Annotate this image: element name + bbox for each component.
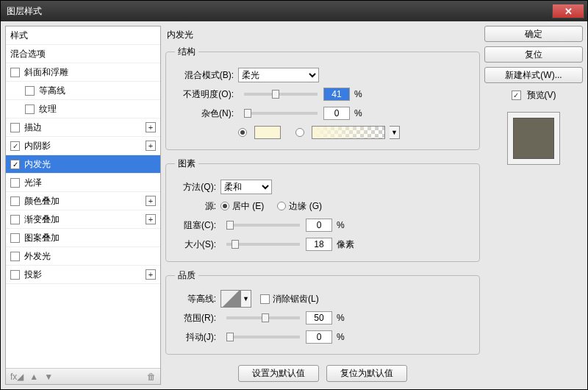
style-item[interactable]: 光泽 (6, 174, 160, 192)
style-item[interactable]: ✓内发光 (6, 155, 160, 174)
preview-label: 预览(V) (527, 89, 556, 102)
noise-input[interactable] (323, 107, 350, 120)
antialias-checkbox[interactable] (260, 294, 270, 304)
style-item[interactable]: 斜面和浮雕 (6, 63, 160, 82)
source-edge-label: 边缘 (G) (289, 200, 322, 213)
size-input[interactable] (306, 238, 332, 251)
reset-default-button[interactable]: 复位为默认值 (326, 365, 407, 382)
expand-icon[interactable]: + (146, 122, 156, 132)
gradient-preview[interactable] (312, 126, 385, 139)
opacity-input[interactable] (323, 88, 350, 101)
preview-thumbnail (507, 112, 560, 165)
source-label: 源: (175, 200, 220, 213)
style-label: 外发光 (24, 250, 156, 263)
blendmode-select[interactable]: 柔光 (238, 68, 319, 82)
set-default-button[interactable]: 设置为默认值 (238, 365, 319, 382)
elements-group: 图素 方法(Q): 柔和 源: 居中 (E) 边缘 (G) 阻塞(C): (165, 157, 480, 262)
style-item[interactable]: 描边+ (6, 118, 160, 137)
expand-icon[interactable]: + (146, 214, 156, 224)
choke-label: 阻塞(C): (175, 219, 220, 232)
up-icon[interactable]: ▲ (29, 372, 38, 382)
style-checkbox[interactable] (10, 123, 20, 132)
range-input[interactable] (306, 311, 332, 325)
style-item[interactable]: 投影+ (6, 266, 160, 284)
jitter-unit: % (337, 332, 345, 342)
down-icon[interactable]: ▼ (44, 372, 53, 382)
style-label: 纹理 (39, 103, 156, 116)
fx-icon[interactable]: fx◢ (10, 372, 24, 382)
style-label: 内阴影 (24, 140, 146, 152)
color-radio[interactable] (238, 128, 247, 137)
jitter-input[interactable] (306, 330, 332, 344)
style-checkbox[interactable] (10, 233, 20, 243)
style-checkbox[interactable] (10, 196, 20, 206)
noise-label: 杂色(N): (175, 107, 238, 120)
style-label: 光泽 (24, 177, 156, 189)
styles-header[interactable]: 样式 (6, 26, 160, 45)
choke-unit: % (337, 220, 345, 230)
quality-legend: 品质 (175, 269, 198, 282)
technique-select[interactable]: 柔和 (220, 180, 272, 194)
ok-button[interactable]: 确定 (484, 26, 583, 42)
gradient-radio[interactable] (295, 128, 304, 137)
elements-legend: 图素 (175, 157, 198, 170)
style-checkbox[interactable]: ✓ (10, 160, 20, 169)
noise-unit: % (354, 108, 362, 118)
contour-picker[interactable] (220, 290, 241, 308)
style-sidebar: 样式混合选项斜面和浮雕等高线纹理描边+✓内阴影+✓内发光光泽颜色叠加+渐变叠加+… (5, 26, 161, 385)
style-checkbox[interactable] (10, 68, 20, 77)
opacity-label: 不透明度(O): (175, 88, 238, 101)
blendmode-label: 混合模式(B): (175, 69, 238, 82)
expand-icon[interactable]: + (146, 141, 156, 151)
style-checkbox[interactable] (10, 270, 20, 280)
jitter-slider[interactable] (226, 336, 300, 338)
cancel-button[interactable]: 复位 (484, 46, 583, 63)
new-style-button[interactable]: 新建样式(W)... (484, 67, 583, 83)
title-bar: 图层样式 ✕ (1, 1, 587, 21)
contour-dropdown-icon[interactable]: ▼ (241, 290, 251, 308)
color-swatch[interactable] (254, 126, 281, 139)
panel-title: 内发光 (165, 26, 480, 46)
expand-icon[interactable]: + (146, 269, 156, 280)
style-label: 斜面和浮雕 (24, 66, 156, 79)
style-label: 内发光 (24, 158, 156, 171)
style-item[interactable]: ✓内阴影+ (6, 137, 160, 155)
source-edge-radio[interactable] (277, 202, 286, 210)
style-checkbox[interactable] (25, 104, 35, 114)
range-slider[interactable] (226, 316, 300, 319)
quality-group: 品质 等高线: ▼ 消除锯齿(L) 范围(R): % 抖动(J): (165, 269, 480, 355)
source-center-radio[interactable] (220, 202, 229, 210)
style-label: 图案叠加 (24, 232, 156, 244)
style-item[interactable]: 渐变叠加+ (6, 210, 160, 229)
trash-icon[interactable]: 🗑 (147, 372, 156, 382)
style-checkbox[interactable] (10, 252, 20, 261)
expand-icon[interactable]: + (146, 196, 156, 206)
style-item[interactable]: 等高线 (6, 82, 160, 100)
jitter-label: 抖动(J): (175, 331, 220, 344)
style-item[interactable]: 图案叠加 (6, 229, 160, 247)
size-slider[interactable] (226, 243, 300, 246)
gradient-dropdown-icon[interactable]: ▼ (390, 126, 400, 139)
choke-input[interactable] (306, 219, 332, 232)
opacity-slider[interactable] (244, 93, 318, 96)
opacity-unit: % (354, 89, 362, 99)
style-label: 投影 (24, 269, 146, 281)
choke-slider[interactable] (226, 224, 300, 227)
source-center-label: 居中 (E) (232, 200, 264, 213)
noise-slider[interactable] (244, 112, 318, 115)
style-label: 渐变叠加 (24, 213, 146, 226)
blend-options[interactable]: 混合选项 (6, 45, 160, 63)
style-checkbox[interactable] (10, 215, 20, 224)
range-unit: % (337, 313, 345, 323)
structure-legend: 结构 (175, 46, 198, 58)
style-checkbox[interactable] (25, 86, 35, 96)
close-button[interactable]: ✕ (552, 4, 584, 18)
style-checkbox[interactable]: ✓ (10, 141, 20, 151)
style-item[interactable]: 纹理 (6, 100, 160, 118)
style-checkbox[interactable] (10, 178, 20, 188)
contour-label: 等高线: (175, 293, 220, 305)
style-item[interactable]: 颜色叠加+ (6, 192, 160, 210)
style-item[interactable]: 外发光 (6, 247, 160, 266)
preview-checkbox[interactable] (512, 91, 521, 100)
style-label: 颜色叠加 (24, 195, 146, 208)
